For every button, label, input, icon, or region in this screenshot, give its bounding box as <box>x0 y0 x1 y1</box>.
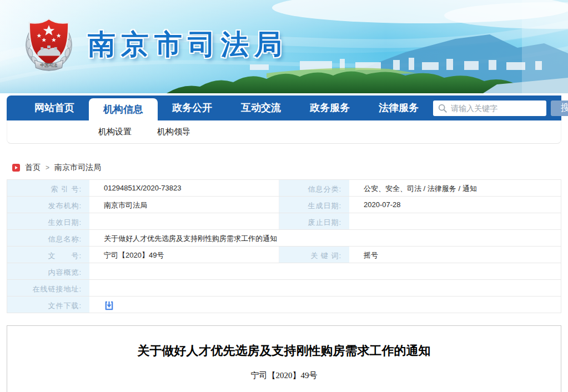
meta-value-index-number: 01294851X/2020-73823 <box>91 180 279 196</box>
meta-label-expiry-date: 废止日期: <box>279 213 350 229</box>
site-title: 南京市司法局 <box>88 26 288 63</box>
meta-value-info-name: 关于做好人才优先选房及支持刚性购房需求工作的通知 <box>91 230 561 246</box>
meta-label-online-link: 在线链接地址: <box>7 280 91 296</box>
table-row: 发布机构: 南京市司法局 生成日期: 2020-07-28 <box>7 197 561 213</box>
search-icon <box>438 103 448 113</box>
submenu-item-org-setup[interactable]: 机构设置 <box>98 127 132 137</box>
breadcrumb-current: 南京市司法局 <box>54 163 101 173</box>
table-row: 内容概览: <box>7 263 561 280</box>
meta-label-content-overview: 内容概览: <box>7 263 91 279</box>
meta-value-issuing-org: 南京市司法局 <box>91 197 279 213</box>
meta-label-info-name: 信息名称: <box>7 230 91 246</box>
justice-emblem-logo: 中国司法 <box>19 14 79 74</box>
document-title: 关于做好人才优先选房及支持刚性购房需求工作的通知 <box>29 343 539 359</box>
meta-value-online-link <box>91 280 561 296</box>
search-box: 搜索 <box>433 96 568 120</box>
meta-label-doc-number: 文 号: <box>7 247 91 263</box>
meta-value-effective-date <box>91 213 279 229</box>
table-row: 信息名称: 关于做好人才优先选房及支持刚性购房需求工作的通知 <box>7 230 561 247</box>
meta-value-expiry-date <box>350 213 561 229</box>
nav-item-gov-services[interactable]: 政务服务 <box>295 96 364 120</box>
meta-value-content-overview <box>91 263 561 279</box>
document-body: 关于做好人才优先选房及支持刚性购房需求工作的通知 宁司【2020】49号 <box>7 325 561 392</box>
table-row: 文件下载: <box>7 296 561 313</box>
meta-label-issuing-org: 发布机构: <box>7 197 91 213</box>
breadcrumb: 首页 > 南京市司法局 <box>12 163 568 172</box>
meta-label-effective-date: 生效日期: <box>7 213 91 229</box>
meta-label-created-date: 生成日期: <box>279 197 350 213</box>
submenu-item-org-leaders[interactable]: 机构领导 <box>157 127 190 137</box>
search-input[interactable] <box>433 100 546 116</box>
meta-value-info-category: 公安、安全、司法 / 法律服务 / 通知 <box>350 180 561 196</box>
breadcrumb-home-icon <box>12 164 20 172</box>
nav-item-legal-services[interactable]: 法律服务 <box>364 96 433 120</box>
table-row: 生效日期: 废止日期: <box>7 213 561 230</box>
meta-value-doc-number: 宁司【2020】49号 <box>91 247 279 263</box>
nav-item-interaction[interactable]: 互动交流 <box>227 96 295 120</box>
file-download-link[interactable] <box>104 300 114 311</box>
search-button[interactable]: 搜索 <box>551 100 568 116</box>
table-row: 索 引 号: 01294851X/2020-73823 信息分类: 公安、安全、… <box>7 180 561 197</box>
meta-value-created-date: 2020-07-28 <box>350 197 561 213</box>
logo-ribbon-text: 中国司法 <box>40 63 58 68</box>
nav-item-gov-disclosure[interactable]: 政务公开 <box>158 96 227 120</box>
nav-item-home[interactable]: 网站首页 <box>20 96 89 120</box>
breadcrumb-home-link[interactable]: 首页 <box>25 163 41 173</box>
document-meta-table: 索 引 号: 01294851X/2020-73823 信息分类: 公安、安全、… <box>7 179 561 313</box>
brand: 中国司法 南京市司法局 <box>19 14 288 74</box>
meta-label-keywords: 关 键 词: <box>279 247 350 263</box>
download-icon <box>104 300 114 311</box>
meta-value-file-download <box>91 296 561 313</box>
meta-label-file-download: 文件下载: <box>7 296 91 313</box>
meta-label-info-category: 信息分类: <box>279 180 350 196</box>
table-row: 文 号: 宁司【2020】49号 关 键 词: 摇号 <box>7 247 561 263</box>
main-nav: 网站首页 机构信息 政务公开 互动交流 政务服务 法律服务 搜索 <box>7 96 561 120</box>
meta-label-index-number: 索 引 号: <box>7 180 91 196</box>
search-field <box>433 100 546 116</box>
site-banner: 中国司法 南京市司法局 <box>0 0 568 93</box>
breadcrumb-separator: > <box>46 164 49 172</box>
table-row: 在线链接地址: <box>7 280 561 296</box>
nav-item-org-info[interactable]: 机构信息 <box>89 98 158 120</box>
document-number: 宁司【2020】49号 <box>7 370 561 381</box>
meta-value-keywords: 摇号 <box>350 247 561 263</box>
submenu-bar: 机构设置 机构领导 <box>7 120 561 144</box>
